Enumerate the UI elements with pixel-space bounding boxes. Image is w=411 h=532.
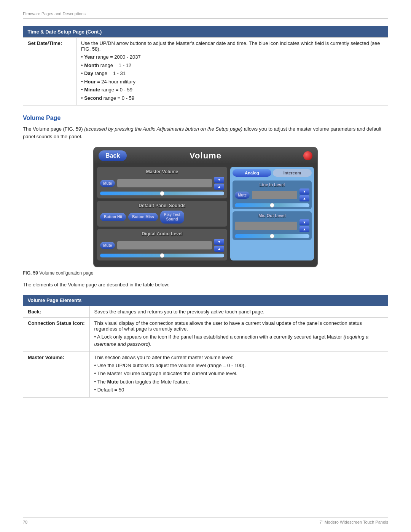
- line-in-thumb: [270, 203, 274, 208]
- master-volume-content: This section allows you to alter the cur…: [89, 351, 388, 397]
- list-item: Month range = 1 - 12: [81, 62, 383, 69]
- list-item: Use the UP/DN buttons to adjust the volu…: [94, 362, 384, 369]
- master-volume-thumb: [160, 191, 164, 196]
- line-in-down-button[interactable]: ▼: [299, 189, 309, 195]
- mic-out-down-button[interactable]: ▼: [299, 219, 309, 225]
- left-panel: Master Volume Mute ▼ ▲: [97, 167, 227, 260]
- time-date-table-heading: Time & Date Setup Page (Cont.): [23, 26, 388, 38]
- volume-panel-title: Volume: [190, 151, 221, 161]
- digital-mute-button[interactable]: Mute: [100, 242, 115, 249]
- bullet-list: Year range = 2000 - 2037 Month range = 1…: [81, 53, 383, 102]
- mic-out-title: Mic Out Level: [235, 213, 309, 218]
- default-panel-sounds-section: Default Panel Sounds Button Hit Button M…: [97, 201, 227, 227]
- digital-audio-section: Digital Audio Level Mute ▼ ▲: [97, 229, 227, 260]
- master-mute-button[interactable]: Mute: [100, 180, 115, 187]
- line-in-mute-button[interactable]: Mute: [235, 192, 250, 199]
- intercom-tab[interactable]: Intercom: [273, 169, 312, 177]
- analog-tab[interactable]: Analog: [233, 169, 271, 177]
- volume-panel-wrapper: Back Volume Master Volume Mute ▼: [23, 147, 388, 267]
- set-datetime-label: Set Date/Time:: [23, 38, 76, 105]
- table-row: Set Date/Time: Use the UP/DN arrow butto…: [23, 38, 388, 105]
- master-volume-section: Master Volume Mute ▼ ▲: [97, 167, 227, 198]
- line-in-display: [252, 191, 297, 199]
- bullet-list: A Lock only appears on the icon if the p…: [94, 333, 384, 348]
- master-volume-label: Master Volume:: [23, 351, 90, 397]
- line-in-up-button[interactable]: ▲: [299, 195, 309, 201]
- list-item: Second range = 0 - 59: [81, 94, 383, 102]
- mic-out-controls: ▼ ▲: [235, 219, 309, 232]
- master-volume-display: [117, 179, 212, 187]
- line-in-title: Line In Level: [235, 182, 309, 187]
- connection-status-icon: [303, 151, 312, 160]
- button-hit-button[interactable]: Button Hit: [100, 213, 126, 221]
- digital-audio-title: Digital Audio Level: [100, 231, 224, 236]
- time-date-table: Time & Date Setup Page (Cont.) Set Date/…: [23, 26, 388, 105]
- button-miss-button[interactable]: Button Miss: [128, 213, 158, 221]
- digital-audio-display: [117, 241, 212, 249]
- volume-section-heading: Volume Page: [23, 115, 388, 121]
- table-row: Connection Status icon: This visual disp…: [23, 317, 388, 351]
- line-in-section: Line In Level Mute ▼ ▲: [233, 181, 312, 209]
- table-row: Master Volume: This section allows you t…: [23, 351, 388, 397]
- master-volume-controls: Mute ▼ ▲: [100, 177, 224, 190]
- back-content: Saves the changes and returns you to the…: [89, 306, 388, 317]
- set-datetime-content: Use the UP/DN arrow buttons to adjust th…: [76, 38, 388, 105]
- list-item: Default = 50: [94, 386, 384, 394]
- table-row: Back: Saves the changes and returns you …: [23, 306, 388, 317]
- mic-out-arrow-buttons: ▼ ▲: [299, 219, 309, 232]
- list-item: Day range = 1 - 31: [81, 70, 383, 77]
- volume-table-heading: Volume Page Elements: [23, 295, 388, 306]
- mic-out-thumb: [270, 234, 274, 238]
- list-item: Minute range = 0 - 59: [81, 86, 383, 94]
- list-item: Hour = 24-hour military: [81, 78, 383, 86]
- mic-out-up-button[interactable]: ▲: [299, 226, 309, 232]
- digital-audio-bar: [100, 254, 224, 257]
- master-volume-bar: [100, 192, 224, 195]
- line-in-controls: Mute ▼ ▲: [235, 189, 309, 201]
- fig-caption: FIG. 59 Volume configuration page: [23, 270, 388, 276]
- page-footer: 70 7" Modero Widescreen Touch Panels: [23, 517, 388, 524]
- footer-product-name: 7" Modero Widescreen Touch Panels: [320, 520, 388, 524]
- mic-out-display: [235, 222, 297, 230]
- list-item: A Lock only appears on the icon if the p…: [94, 333, 384, 348]
- bullet-list: Use the UP/DN buttons to adjust the volu…: [94, 362, 384, 394]
- header-title: Firmware Pages and Descriptions: [23, 11, 86, 16]
- volume-panel-header: Back Volume: [94, 148, 317, 164]
- master-volume-up-button[interactable]: ▲: [214, 184, 224, 190]
- volume-body: Master Volume Mute ▼ ▲: [94, 164, 317, 264]
- digital-audio-controls: Mute ▼ ▲: [100, 239, 224, 252]
- table-intro: The elements of the Volume page are desc…: [23, 281, 388, 289]
- sounds-row: Button Hit Button Miss Play TestSound: [100, 211, 224, 224]
- digital-volume-down-button[interactable]: ▼: [214, 239, 224, 245]
- volume-elements-table: Volume Page Elements Back: Saves the cha…: [23, 295, 388, 398]
- volume-panel: Back Volume Master Volume Mute ▼: [93, 147, 318, 267]
- volume-intro: The Volume page (FIG. 59) (accessed by p…: [23, 125, 388, 140]
- master-volume-down-button[interactable]: ▼: [214, 177, 224, 183]
- line-in-bar: [235, 203, 309, 207]
- master-arrow-buttons: ▼ ▲: [214, 177, 224, 190]
- back-button[interactable]: Back: [99, 150, 127, 161]
- mic-out-section: Mic Out Level ▼ ▲: [233, 211, 312, 240]
- digital-arrow-buttons: ▼ ▲: [214, 239, 224, 252]
- back-label: Back:: [23, 306, 90, 317]
- fig-text: Volume configuration page: [39, 270, 93, 276]
- play-test-sound-button[interactable]: Play TestSound: [160, 211, 184, 224]
- list-item: The Mute button toggles the Mute feature…: [94, 378, 384, 386]
- connection-status-label: Connection Status icon:: [23, 317, 90, 351]
- mic-out-bar: [235, 234, 309, 238]
- line-in-arrow-buttons: ▼ ▲: [299, 189, 309, 201]
- page-header: Firmware Pages and Descriptions: [23, 11, 388, 19]
- digital-audio-thumb: [160, 253, 164, 258]
- fig-number: FIG. 59: [23, 270, 38, 276]
- list-item: The Master Volume bargraph indicates the…: [94, 370, 384, 377]
- right-panel: Analog Intercom Line In Level Mute ▼ ▲: [230, 167, 314, 260]
- footer-page-number: 70: [23, 520, 27, 524]
- tabs-row: Analog Intercom: [233, 169, 312, 177]
- list-item: Year range = 2000 - 2037: [81, 53, 383, 61]
- default-panel-sounds-title: Default Panel Sounds: [100, 203, 224, 208]
- digital-volume-up-button[interactable]: ▲: [214, 246, 224, 252]
- connection-status-content: This visual display of the connection st…: [89, 317, 388, 351]
- master-volume-title: Master Volume: [100, 169, 224, 174]
